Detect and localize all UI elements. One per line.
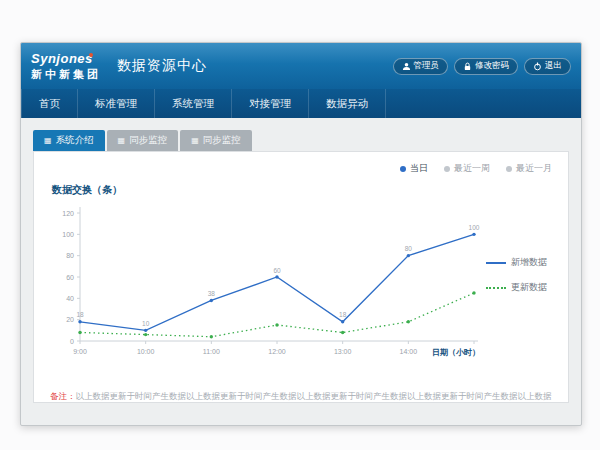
nav-item-standard-mgmt[interactable]: 标准管理	[78, 89, 155, 118]
admin-button[interactable]: 管理员	[393, 58, 449, 75]
line-chart: 0204060801001209:0010:0011:0012:0013:001…	[50, 197, 482, 367]
logo-dot	[89, 53, 93, 57]
svg-text:9:00: 9:00	[73, 348, 87, 355]
admin-button-label: 管理员	[414, 60, 440, 72]
tab-bar: ▦ 系统介绍 ▦ 同步监控 ▦ 同步监控	[33, 130, 569, 151]
svg-text:11:00: 11:00	[203, 348, 220, 355]
header-actions: 管理员 修改密码 退出	[393, 58, 572, 75]
filter-dot-icon	[444, 166, 450, 172]
logout-label: 退出	[545, 60, 562, 72]
svg-text:13:00: 13:00	[334, 348, 352, 355]
chart-area: 0204060801001209:0010:0011:0012:0013:001…	[50, 197, 552, 367]
svg-text:14:00: 14:00	[400, 348, 418, 355]
change-password-button[interactable]: 修改密码	[454, 58, 518, 75]
page-title: 数据资源中心	[117, 57, 207, 75]
user-icon	[402, 62, 411, 71]
legend-item-updated-data[interactable]: 更新数据	[486, 281, 552, 294]
svg-text:10:00: 10:00	[137, 348, 155, 355]
tab-label: 同步监控	[129, 134, 167, 147]
tab-system-intro[interactable]: ▦ 系统介绍	[33, 130, 105, 151]
footnote-text: 以上数据更新于时间产生数据以上数据更新于时间产生数据以上数据更新于时间产生数据以…	[76, 391, 553, 401]
chart-card: 当日 最近一周 最近一月 数据交换（条） 0204060801001209:00…	[33, 151, 569, 403]
filter-label: 最近一周	[454, 162, 490, 175]
app-window: Synjones 新中新集团 数据资源中心 管理员 修改密码	[20, 42, 582, 426]
grid-icon: ▦	[44, 137, 52, 145]
svg-text:40: 40	[66, 295, 74, 302]
svg-text:日期（小时）: 日期（小时）	[432, 348, 480, 357]
filter-dot-icon	[506, 166, 512, 172]
svg-text:10: 10	[142, 320, 150, 327]
svg-text:100: 100	[62, 231, 74, 238]
series-legend: 新增数据 更新数据	[482, 256, 552, 294]
filter-last-week[interactable]: 最近一周	[444, 162, 490, 175]
legend-line-sample	[486, 287, 506, 289]
tab-sync-monitor-1[interactable]: ▦ 同步监控	[107, 130, 179, 151]
grid-icon: ▦	[118, 137, 126, 145]
logo-subtitle: 新中新集团	[31, 68, 101, 80]
legend-label: 新增数据	[511, 256, 547, 269]
grid-icon: ▦	[191, 137, 199, 145]
lock-icon	[463, 62, 472, 71]
logout-button[interactable]: 退出	[524, 58, 571, 75]
main-nav: 首页 标准管理 系统管理 对接管理 数据异动	[21, 89, 581, 118]
footnote-label: 备注：	[50, 391, 76, 401]
svg-text:0: 0	[70, 338, 74, 345]
filter-label: 最近一月	[516, 162, 552, 175]
filter-today[interactable]: 当日	[400, 162, 428, 175]
filter-dot-icon	[400, 166, 406, 172]
chart-filter-legend: 当日 最近一周 最近一月	[50, 160, 552, 175]
nav-item-interface-mgmt[interactable]: 对接管理	[232, 89, 309, 118]
svg-text:20: 20	[66, 316, 74, 323]
legend-label: 更新数据	[511, 281, 547, 294]
legend-item-new-data[interactable]: 新增数据	[486, 256, 552, 269]
svg-text:120: 120	[62, 210, 74, 217]
svg-text:38: 38	[208, 290, 216, 297]
svg-text:80: 80	[405, 245, 413, 252]
tab-sync-monitor-2[interactable]: ▦ 同步监控	[180, 130, 252, 151]
svg-text:18: 18	[76, 311, 84, 318]
svg-text:18: 18	[339, 311, 347, 318]
header: Synjones 新中新集团 数据资源中心 管理员 修改密码	[21, 43, 581, 89]
nav-item-data-change[interactable]: 数据异动	[309, 89, 386, 118]
tab-label: 系统介绍	[56, 134, 94, 147]
logout-icon	[533, 62, 542, 71]
y-axis-title: 数据交换（条）	[52, 183, 552, 197]
nav-item-home[interactable]: 首页	[21, 89, 78, 118]
filter-last-month[interactable]: 最近一月	[506, 162, 552, 175]
content-area: ▦ 系统介绍 ▦ 同步监控 ▦ 同步监控 当日 最近一周	[21, 118, 581, 415]
change-password-label: 修改密码	[475, 60, 509, 72]
svg-text:60: 60	[66, 274, 74, 281]
nav-item-system-mgmt[interactable]: 系统管理	[155, 89, 232, 118]
svg-text:80: 80	[66, 252, 74, 259]
svg-text:100: 100	[469, 224, 480, 231]
svg-text:60: 60	[273, 267, 281, 274]
footnote: 备注：以上数据更新于时间产生数据以上数据更新于时间产生数据以上数据更新于时间产生…	[50, 391, 552, 403]
tab-label: 同步监控	[203, 134, 241, 147]
legend-line-sample	[486, 262, 506, 264]
filter-label: 当日	[410, 162, 428, 175]
svg-text:12:00: 12:00	[268, 348, 286, 355]
brand-logo: Synjones 新中新集团	[31, 52, 101, 80]
